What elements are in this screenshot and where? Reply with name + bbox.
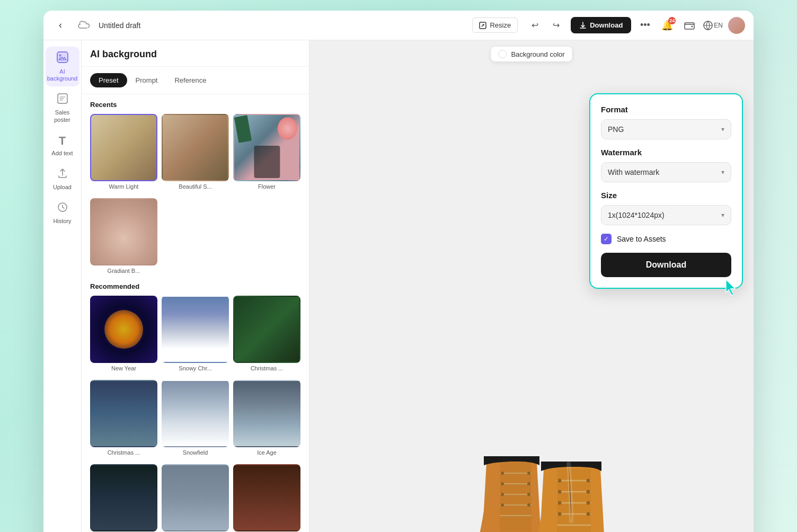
more-button[interactable]: ••• [636, 17, 653, 34]
download-popup: Format PNG ▾ Watermark With watermark ▾ [589, 93, 743, 289]
panel-title: AI background [82, 40, 309, 67]
recents-grid-2: Gradiant B... [90, 198, 300, 274]
thumb-flower-img [233, 114, 300, 181]
redo-button[interactable]: ↪ [547, 17, 564, 34]
thumb-snowy-chr[interactable]: Snowy Chr... [162, 296, 229, 371]
thumb-beautiful-s-label: Beautiful S... [162, 183, 229, 190]
tab-row: Preset Prompt Reference [82, 67, 309, 94]
thumb-warm-light-img [90, 114, 157, 181]
history-label: History [53, 218, 71, 225]
recommended-grid-3: Rainy Street Rainy River... Desert Gal..… [90, 464, 300, 532]
svg-point-32 [587, 501, 590, 505]
save-assets-label: Save to Assets [617, 235, 666, 243]
thumb-gradient-b-img [90, 198, 157, 265]
download-topbar-button[interactable]: Download [571, 17, 631, 33]
upload-icon [57, 167, 68, 182]
download-topbar-label: Download [590, 21, 623, 29]
watermark-label: Watermark [601, 148, 731, 157]
svg-point-30 [587, 490, 590, 494]
color-circle [498, 50, 507, 58]
left-panel: AI background Preset Prompt Reference Re… [82, 40, 309, 532]
undo-button[interactable]: ↩ [526, 17, 543, 34]
background-color-chip[interactable]: Background color [491, 47, 572, 61]
watermark-value: With watermark [608, 168, 659, 176]
ai-background-label: AIbackground [47, 68, 78, 82]
format-section: Format PNG ▾ [601, 105, 731, 139]
thumb-christmas-s[interactable]: Christmas ... [90, 380, 157, 456]
thumb-snowfield-img [162, 380, 229, 447]
thumb-snowfield[interactable]: Snowfield [162, 380, 229, 456]
icon-rail: AIbackground Sales poster T Add text [43, 40, 82, 532]
thumb-flower[interactable]: Flower [233, 114, 300, 190]
thumb-warm-light-label: Warm Light [90, 183, 157, 190]
tab-preset[interactable]: Preset [90, 73, 127, 87]
save-assets-checkbox[interactable]: ✓ [601, 234, 612, 244]
add-text-icon: T [59, 134, 66, 148]
watermark-arrow-icon: ▾ [721, 169, 724, 176]
format-label: Format [601, 105, 731, 114]
lang-label: EN [714, 22, 723, 29]
svg-point-18 [501, 493, 504, 496]
document-title[interactable]: Untitled draft [99, 21, 466, 30]
svg-point-27 [558, 479, 562, 483]
avatar[interactable] [728, 17, 745, 34]
thumb-rainy-street[interactable]: Rainy Street [90, 464, 157, 532]
thumb-gradient-b[interactable]: Gradiant B... [90, 198, 157, 274]
watermark-select[interactable]: With watermark ▾ [601, 162, 731, 182]
thumb-snowy-chr-label: Snowy Chr... [162, 365, 229, 371]
back-button[interactable]: ‹ [52, 17, 69, 34]
notification-button[interactable]: 🔔 24 [659, 17, 676, 34]
svg-point-31 [558, 501, 562, 505]
sidebar-item-upload[interactable]: Upload [46, 163, 79, 195]
format-select[interactable]: PNG ▾ [601, 119, 731, 139]
tab-reference[interactable]: Reference [166, 73, 215, 87]
size-select[interactable]: 1x(1024*1024px) ▾ [601, 205, 731, 225]
svg-point-17 [527, 482, 530, 485]
sales-poster-label: Sales poster [48, 109, 77, 123]
size-value: 1x(1024*1024px) [608, 211, 665, 219]
svg-point-2 [692, 25, 693, 27]
boot-illustration [404, 436, 659, 532]
svg-point-29 [558, 490, 562, 494]
thumb-ice-age-label: Ice Age [233, 449, 300, 456]
thumb-desert-gal[interactable]: Desert Gal... [233, 464, 300, 532]
resize-button[interactable]: Resize [472, 17, 518, 33]
wallet-icon[interactable] [681, 17, 698, 34]
recommended-title: Recommended [90, 282, 300, 290]
main-content: AIbackground Sales poster T Add text [43, 40, 754, 532]
sidebar-item-ai-background[interactable]: AIbackground [46, 47, 79, 86]
watermark-section: Watermark With watermark ▾ [601, 148, 731, 182]
svg-point-20 [501, 503, 504, 507]
topbar-center: Resize ↩ ↪ [472, 17, 564, 34]
sidebar-item-add-text[interactable]: T Add text [46, 130, 79, 161]
topbar-actions: Download ••• 🔔 24 EN [571, 17, 745, 34]
svg-point-19 [527, 493, 530, 496]
panel-scroll: Recents Warm Light Beautiful S... [82, 94, 309, 532]
undo-redo-group: ↩ ↪ [526, 17, 564, 34]
language-button[interactable]: EN [703, 21, 723, 30]
thumb-christmas-r[interactable]: Christmas ... [233, 296, 300, 371]
sidebar-item-sales-poster[interactable]: Sales poster [46, 88, 79, 127]
thumb-rainy-river[interactable]: Rainy River... [162, 464, 229, 532]
thumb-christmas-s-label: Christmas ... [90, 449, 157, 456]
canvas-area: Background color [309, 40, 754, 532]
thumb-new-year[interactable]: New Year [90, 296, 157, 371]
popup-download-button[interactable]: Download [601, 253, 731, 277]
format-value: PNG [608, 125, 624, 134]
thumb-christmas-s-img [90, 380, 157, 447]
thumb-beautiful-s[interactable]: Beautiful S... [162, 114, 229, 190]
svg-point-34 [587, 512, 590, 516]
size-arrow-icon: ▾ [721, 211, 724, 219]
svg-point-28 [587, 479, 590, 483]
svg-point-15 [527, 472, 530, 475]
thumb-warm-light[interactable]: Warm Light [90, 114, 157, 190]
resize-label: Resize [490, 21, 511, 29]
thumb-snowfield-label: Snowfield [162, 449, 229, 456]
thumb-rainy-street-img [90, 464, 157, 531]
size-label: Size [601, 191, 731, 200]
add-text-label: Add text [51, 150, 73, 157]
tab-prompt[interactable]: Prompt [127, 73, 166, 87]
thumb-ice-age[interactable]: Ice Age [233, 380, 300, 456]
sidebar-item-history[interactable]: History [46, 197, 79, 229]
topbar: ‹ Untitled draft Resize ↩ ↪ [43, 11, 754, 40]
